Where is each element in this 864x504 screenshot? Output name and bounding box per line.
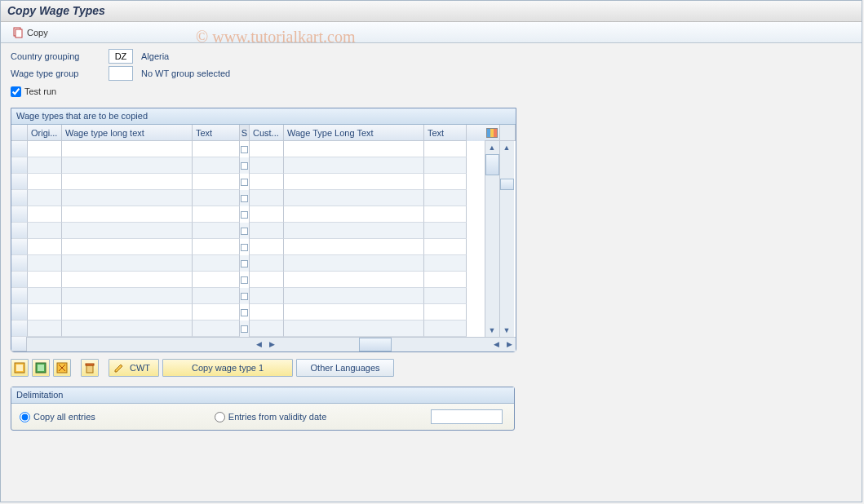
table-row[interactable]: [11, 272, 485, 288]
col-text2[interactable]: Text: [424, 125, 467, 141]
cell-wage-long2[interactable]: [284, 174, 424, 190]
cell-wage-long2[interactable]: [284, 141, 424, 157]
validity-date-input[interactable]: [431, 409, 503, 424]
cell-text[interactable]: [193, 174, 240, 190]
copy-all-entries-radio[interactable]: Copy all entries: [20, 412, 95, 422]
cell-s[interactable]: [240, 255, 250, 272]
cell-s[interactable]: [240, 174, 250, 190]
s-checkbox[interactable]: [241, 325, 248, 333]
hscroll-track[interactable]: [279, 338, 472, 351]
col-text[interactable]: Text: [193, 125, 240, 141]
table-row[interactable]: [11, 288, 485, 304]
cell-text2[interactable]: [424, 141, 467, 157]
cell-cust[interactable]: [250, 255, 284, 272]
cell-s[interactable]: [240, 223, 250, 239]
col-cust[interactable]: Cust...: [250, 125, 284, 141]
cell-text2[interactable]: [424, 157, 467, 174]
cell-wage-long[interactable]: [62, 223, 193, 239]
row-selector[interactable]: [11, 141, 28, 157]
scroll-right-arrow-2[interactable]: ▶: [503, 338, 516, 351]
cell-wage-long2[interactable]: [284, 321, 424, 337]
cell-wage-long[interactable]: [62, 255, 193, 272]
cell-origi[interactable]: [28, 272, 62, 288]
cell-cust[interactable]: [250, 304, 284, 321]
cell-wage-long2[interactable]: [284, 190, 424, 206]
col-s[interactable]: S: [240, 125, 250, 141]
cell-origi[interactable]: [28, 190, 62, 206]
cell-wage-long[interactable]: [62, 272, 193, 288]
cell-cust[interactable]: [250, 239, 284, 255]
table-row[interactable]: [11, 141, 485, 157]
hscroll-thumb[interactable]: [359, 338, 392, 351]
table-row[interactable]: [11, 190, 485, 206]
table-row[interactable]: [11, 157, 485, 174]
cwt-button[interactable]: CWT: [109, 359, 159, 377]
delete-button[interactable]: [81, 359, 99, 377]
copy-wage-type-1-button[interactable]: Copy wage type 1: [162, 359, 293, 377]
table-row[interactable]: [11, 304, 485, 321]
cell-cust[interactable]: [250, 174, 284, 190]
cell-wage-long2[interactable]: [284, 272, 424, 288]
scroll-right-arrow[interactable]: ▶: [266, 338, 279, 351]
cell-text[interactable]: [193, 141, 240, 157]
cell-wage-long2[interactable]: [284, 239, 424, 255]
select-block-button[interactable]: [32, 359, 50, 377]
cell-origi[interactable]: [28, 206, 62, 223]
scroll-down-arrow-2[interactable]: ▼: [500, 324, 513, 337]
cell-text2[interactable]: [424, 206, 467, 223]
cell-wage-long2[interactable]: [284, 157, 424, 174]
cell-wage-long2[interactable]: [284, 223, 424, 239]
row-selector[interactable]: [11, 206, 28, 223]
s-checkbox[interactable]: [241, 309, 248, 316]
cell-text[interactable]: [193, 255, 240, 272]
cell-origi[interactable]: [28, 255, 62, 272]
cell-origi[interactable]: [28, 141, 62, 157]
s-checkbox[interactable]: [241, 162, 248, 170]
cell-text[interactable]: [193, 223, 240, 239]
s-checkbox[interactable]: [241, 179, 248, 186]
table-row[interactable]: [11, 206, 485, 223]
s-checkbox[interactable]: [241, 211, 248, 219]
s-checkbox[interactable]: [241, 228, 248, 235]
scroll-down-arrow[interactable]: ▼: [485, 324, 498, 337]
row-selector[interactable]: [11, 304, 28, 321]
cell-text2[interactable]: [424, 321, 467, 337]
table-config-button[interactable]: [485, 125, 500, 141]
cell-wage-long[interactable]: [62, 321, 193, 337]
cell-cust[interactable]: [250, 223, 284, 239]
cell-s[interactable]: [240, 206, 250, 223]
cell-cust[interactable]: [250, 206, 284, 223]
cell-text[interactable]: [193, 206, 240, 223]
cell-s[interactable]: [240, 239, 250, 255]
select-all-button[interactable]: [11, 359, 29, 377]
cell-wage-long[interactable]: [62, 190, 193, 206]
cell-origi[interactable]: [28, 288, 62, 304]
cell-wage-long[interactable]: [62, 239, 193, 255]
cell-cust[interactable]: [250, 288, 284, 304]
cell-s[interactable]: [240, 321, 250, 337]
cell-wage-long[interactable]: [62, 288, 193, 304]
cell-text2[interactable]: [424, 288, 467, 304]
cell-wage-long[interactable]: [62, 174, 193, 190]
deselect-all-button[interactable]: [53, 359, 71, 377]
cell-text2[interactable]: [424, 272, 467, 288]
row-selector[interactable]: [11, 157, 28, 174]
table-row[interactable]: [11, 174, 485, 190]
cell-origi[interactable]: [28, 157, 62, 174]
row-selector[interactable]: [11, 239, 28, 255]
cell-cust[interactable]: [250, 190, 284, 206]
cell-text[interactable]: [193, 239, 240, 255]
table-row[interactable]: [11, 239, 485, 255]
cell-cust[interactable]: [250, 272, 284, 288]
cell-cust[interactable]: [250, 157, 284, 174]
row-selector-header[interactable]: [11, 125, 28, 141]
cell-origi[interactable]: [28, 321, 62, 337]
row-selector[interactable]: [11, 174, 28, 190]
vscroll-track[interactable]: [485, 154, 499, 324]
cell-s[interactable]: [240, 304, 250, 321]
scroll-left-arrow-2[interactable]: ◀: [490, 338, 503, 351]
row-selector[interactable]: [11, 223, 28, 239]
cell-text[interactable]: [193, 272, 240, 288]
row-selector[interactable]: [11, 288, 28, 304]
cell-text[interactable]: [193, 288, 240, 304]
